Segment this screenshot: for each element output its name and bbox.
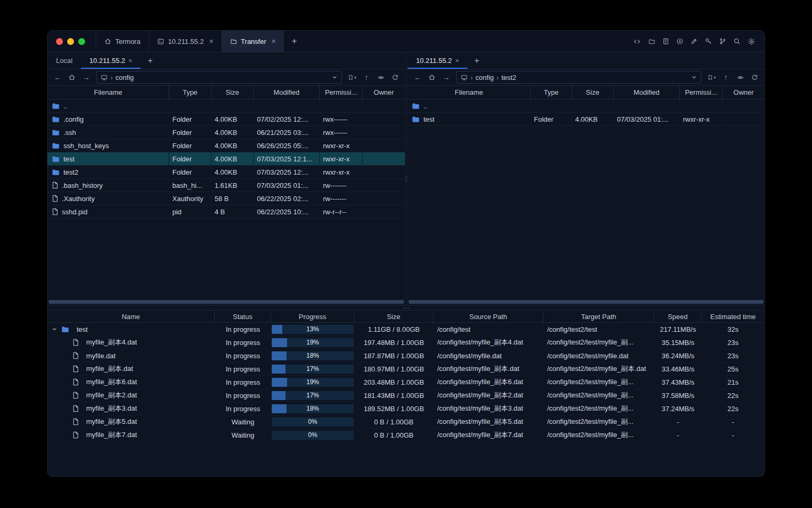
pane-tab-host[interactable]: 10.211.55.2 × (81, 52, 141, 69)
column-header-modified[interactable]: Modified (614, 86, 680, 99)
log-icon[interactable] (662, 38, 669, 45)
key-icon[interactable] (705, 38, 712, 45)
home-button[interactable] (426, 71, 438, 84)
close-icon[interactable]: × (209, 37, 213, 46)
column-header-filename[interactable]: Filename (48, 86, 169, 99)
search-icon[interactable] (733, 38, 741, 45)
file-row[interactable]: .XauthorityXauthority58 B06/22/2025 02:.… (48, 192, 405, 205)
settings-icon[interactable] (748, 38, 755, 46)
close-icon[interactable]: × (272, 37, 276, 46)
back-button[interactable]: ← (51, 71, 64, 84)
transfer-row[interactable]: myfile_副本2.datIn progress17%181.43MB / 1… (48, 389, 764, 402)
path-segment[interactable]: test2 (501, 74, 516, 81)
file-name: .config (63, 115, 84, 123)
up-button[interactable]: ↑ (360, 71, 373, 84)
transfer-row[interactable]: myfile.datIn progress18%187.87MB / 1.00G… (48, 349, 764, 362)
path-segment[interactable]: config (475, 74, 494, 81)
file-row[interactable]: .. (48, 99, 405, 113)
pane-tab-label: Local (56, 57, 72, 65)
close-icon[interactable]: × (128, 57, 133, 65)
column-header-size[interactable]: Size (572, 86, 614, 99)
column-header-name[interactable]: Name (48, 311, 215, 322)
column-header-owner[interactable]: Owner (363, 86, 405, 99)
new-window-tab-button[interactable]: + (284, 31, 305, 52)
path-bar[interactable]: › config › test2 (456, 71, 702, 84)
forward-button[interactable]: → (440, 71, 453, 84)
path-segment[interactable]: config (115, 74, 134, 81)
record-icon[interactable] (676, 38, 684, 45)
transfer-row[interactable]: myfile_副本3.datIn progress18%189.52MB / 1… (48, 402, 764, 415)
transfer-status: In progress (215, 323, 271, 335)
file-type: Folder (169, 152, 211, 165)
column-header-speed[interactable]: Speed (654, 311, 702, 322)
home-button[interactable] (66, 71, 78, 84)
file-row[interactable]: test2Folder4.00KB07/03/2025 12:...rwxr-x… (48, 166, 405, 179)
column-header-owner[interactable]: Owner (723, 86, 764, 99)
column-header-status[interactable]: Status (215, 311, 271, 322)
transfer-row[interactable]: myfile_副本6.datIn progress19%203.48MB / 1… (48, 376, 764, 389)
window-tab-host[interactable]: 10.211.55.2 × (149, 31, 222, 52)
pane-tab-host[interactable]: 10.211.55.2 × (408, 52, 467, 69)
window-tab-transfer[interactable]: Transfer × (222, 31, 284, 52)
file-row[interactable]: testFolder4.00KB07/03/2025 01:...rwxr-xr… (408, 113, 764, 126)
transfer-status: In progress (215, 362, 271, 375)
folder-icon[interactable] (648, 38, 656, 45)
transfer-row[interactable]: testIn progress13%1.11GB / 8.00GB/config… (48, 323, 764, 336)
file-row[interactable]: sshd.pidpid4 B06/22/2025 10:...rw-r--r-- (48, 205, 405, 219)
transfer-status: In progress (215, 336, 271, 349)
back-button[interactable]: ← (411, 71, 424, 84)
forward-button[interactable]: → (80, 71, 93, 84)
chevron-down-icon[interactable] (331, 74, 338, 80)
bookmark-icon (348, 74, 354, 81)
column-header-type[interactable]: Type (169, 86, 211, 99)
horizontal-scrollbar[interactable] (409, 300, 763, 304)
panel-splitter[interactable]: ⋯ (48, 305, 764, 310)
path-bar[interactable]: › config (96, 71, 342, 84)
file-row[interactable]: ssh_host_keysFolder4.00KB06/26/2025 05:.… (48, 139, 405, 152)
close-window-button[interactable] (56, 38, 63, 45)
transfer-row[interactable]: myfile_副本.datIn progress17%180.97MB / 1.… (48, 362, 764, 376)
column-header-type[interactable]: Type (531, 86, 572, 99)
minimize-window-button[interactable] (67, 38, 74, 45)
column-header-permissions[interactable]: Permissi... (680, 86, 723, 99)
zoom-window-button[interactable] (78, 38, 85, 45)
transfer-row[interactable]: myfile_副本7.datWaiting0%0 B / 1.00GB/conf… (48, 429, 764, 442)
refresh-button[interactable] (389, 71, 401, 84)
file-row[interactable]: .sshFolder4.00KB06/21/2025 03:...rwx----… (48, 126, 405, 139)
show-hidden-button[interactable] (374, 71, 387, 84)
bookmark-button[interactable]: ▾ (346, 71, 358, 84)
window-tab-termora[interactable]: Termora (96, 31, 149, 52)
transfer-row[interactable]: myfile_副本4.datIn progress19%197.48MB / 1… (48, 336, 764, 349)
new-pane-tab-button[interactable]: + (467, 52, 486, 69)
folder-icon (412, 116, 420, 123)
refresh-button[interactable] (748, 71, 761, 84)
bookmark-button[interactable]: ▾ (705, 71, 718, 84)
close-icon[interactable]: × (455, 57, 459, 65)
horizontal-scrollbar[interactable] (49, 300, 404, 304)
chevron-down-icon[interactable] (691, 74, 697, 80)
column-header-progress[interactable]: Progress (271, 311, 354, 322)
column-header-target-path[interactable]: Target Path (543, 311, 654, 322)
transfer-row[interactable]: myfile_副本5.datWaiting0%0 B / 1.00GB/conf… (48, 415, 764, 429)
expand-chevron-icon[interactable] (51, 326, 58, 332)
edit-icon[interactable] (690, 38, 698, 45)
transfer-name: test (77, 325, 88, 333)
file-row[interactable]: testFolder4.00KB07/03/2025 12:1...rwxr-x… (48, 152, 405, 166)
column-header-filename[interactable]: Filename (408, 86, 531, 99)
file-row[interactable]: .configFolder4.00KB07/02/2025 12:...rwx-… (48, 113, 405, 126)
column-header-source-path[interactable]: Source Path (433, 311, 543, 322)
column-header-eta[interactable]: Estimated time (702, 311, 764, 322)
pane-tab-local[interactable]: Local (48, 52, 81, 69)
column-header-modified[interactable]: Modified (254, 86, 320, 99)
branch-icon[interactable] (719, 38, 726, 45)
show-hidden-button[interactable] (734, 71, 746, 84)
column-header-size[interactable]: Size (354, 311, 433, 322)
file-row[interactable]: .. (408, 99, 764, 113)
up-button[interactable]: ↑ (719, 71, 732, 84)
column-header-size[interactable]: Size (211, 86, 254, 99)
new-pane-tab-button[interactable]: + (141, 52, 159, 69)
file-row[interactable]: .bash_historybash_hi...1.61KB07/03/2025 … (48, 179, 405, 192)
code-icon[interactable] (633, 38, 641, 45)
transfer-target-path: /config/test2/test (543, 323, 654, 335)
column-header-permissions[interactable]: Permissi... (320, 86, 363, 99)
